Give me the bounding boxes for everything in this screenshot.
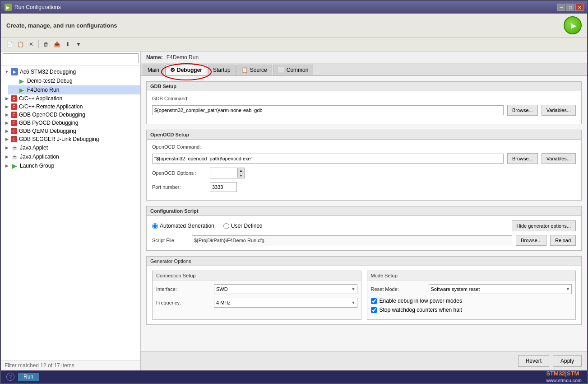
tab-startup[interactable]: Startup (208, 65, 236, 75)
tree-item-launch-group[interactable]: ▶ ▶ Launch Group (1, 161, 140, 170)
tab-debugger-label: Debugger (177, 67, 202, 73)
tree-item-cpp-remote[interactable]: ▶ C C/C++ Remote Application (1, 103, 140, 111)
openocd-setup-body: OpenOCD Command: Browse... Variables... … (147, 140, 581, 200)
tree-label-launch-group: Launch Group (20, 163, 54, 169)
tree-item-f4demo[interactable]: ▶ F4Demo Run (8, 85, 140, 94)
hide-generator-button[interactable]: Hide generator options... (512, 220, 576, 231)
gdb-command-label: GDB Command: (152, 96, 206, 101)
footer-left: ? Run (6, 373, 39, 381)
generator-options-body: Connection Setup Interface: SWD JTAG (147, 266, 581, 324)
radio-row: Automated Generation User Defined Hide g… (152, 220, 576, 231)
tree-item-gdb-pyocd[interactable]: ▶ C GDB PyOCD Debugging (1, 119, 140, 127)
tab-debugger[interactable]: ⚙ Debugger (165, 65, 207, 75)
config-script-body: Automated Generation User Defined Hide g… (147, 216, 581, 250)
script-file-row: Script File: Browse... Reload (152, 235, 576, 246)
port-number-input[interactable] (210, 182, 237, 192)
tree-item-gdb-segger[interactable]: ▶ C GDB SEGGER J-Link Debugging (1, 135, 140, 143)
reset-mode-select[interactable]: Software system reset Hardware reset Non… (429, 284, 572, 294)
export-button[interactable]: 📤 (52, 39, 62, 49)
interface-row: Interface: SWD JTAG ▼ (156, 284, 357, 294)
gdb-command-row: GDB Command: (152, 96, 576, 101)
help-icon[interactable]: ? (6, 373, 14, 381)
tree-item-demo[interactable]: ▶ Demo-test2 Debug (8, 76, 140, 85)
minimize-button[interactable]: ─ (557, 4, 565, 11)
spinner-up-button[interactable]: ▲ (238, 168, 244, 173)
gdb-browse-button[interactable]: Browse... (507, 105, 538, 116)
frequency-row: Frequency: 1 MHz 2 MHz 4 MHz 8 MHz (156, 298, 357, 308)
tree-item-gdb-openocd[interactable]: ▶ C GDB OpenOCD Debugging (1, 111, 140, 119)
expand-icon: ▼ (5, 70, 9, 74)
tab-source[interactable]: 📋 Source (236, 65, 272, 75)
tree-label-cpp-remote: C/C++ Remote Application (19, 103, 83, 110)
frequency-select[interactable]: 1 MHz 2 MHz 4 MHz 8 MHz (214, 298, 357, 308)
tabs-bar: Main ⚙ Debugger Startup 📋 (141, 64, 587, 76)
name-label: Name: (146, 54, 163, 61)
user-defined-radio[interactable] (223, 223, 229, 229)
frequency-select-wrapper: 1 MHz 2 MHz 4 MHz 8 MHz ▼ (214, 298, 357, 308)
subtitle-text: Create, manage, and run configurations (6, 22, 117, 29)
openocd-command-label: OpenOCD Command: (152, 144, 206, 150)
tree-label-demo: Demo-test2 Debug (27, 78, 73, 84)
tab-common[interactable]: ⬜ Common (273, 65, 314, 75)
tree-label-java-app: Java Application (20, 154, 59, 160)
gdb-command-input[interactable] (152, 105, 504, 115)
openocd-options-label: OpenOCD Options : (152, 170, 206, 176)
run-icon-f4demo: ▶ (18, 86, 25, 94)
c-icon-cpp-remote: C (11, 103, 17, 110)
watchdog-checkbox[interactable] (371, 307, 377, 313)
user-defined-radio-label[interactable]: User Defined (223, 223, 263, 229)
run-button[interactable] (564, 16, 582, 34)
openocd-browse-button[interactable]: Browse... (507, 153, 538, 164)
debugger-tab-icon: ⚙ (170, 67, 175, 73)
source-tab-icon: 📋 (241, 67, 248, 73)
tree-item-cpp-app[interactable]: ▶ C C/C++ Application (1, 94, 140, 103)
config-content: GDB Setup GDB Command: Browse... Variabl… (141, 76, 587, 351)
interface-select[interactable]: SWD JTAG (214, 284, 357, 294)
maximize-button[interactable]: □ (566, 4, 574, 11)
auto-gen-radio-label[interactable]: Automated Generation (152, 223, 214, 229)
gdb-setup-section: GDB Setup GDB Command: Browse... Variabl… (146, 81, 582, 124)
tree-label-f4demo: F4Demo Run (27, 87, 59, 93)
apply-button[interactable]: Apply (553, 355, 582, 367)
collapse-button[interactable]: ⬇ (63, 39, 73, 49)
revert-button[interactable]: Revert (518, 355, 549, 367)
tree-item-java-application[interactable]: ▶ ☕ Java Application (1, 152, 140, 161)
tree-label-cpp-app: C/C++ Application (19, 95, 62, 102)
toolbar: 📄 📋 ✕ 🗑 📤 ⬇ ▼ (1, 37, 587, 52)
filter-text: Filter matched 12 of 17 items (5, 362, 74, 369)
generator-options-section: Generator Options Connection Setup Inter… (146, 256, 582, 325)
openocd-options-input[interactable] (210, 168, 237, 178)
script-reload-button[interactable]: Reload (550, 235, 576, 246)
watchdog-row: Stop watchdog counters when halt (371, 307, 572, 313)
openocd-command-input[interactable] (152, 154, 504, 164)
mode-setup-panel: Mode Setup Reset Mode: Software system r… (367, 271, 576, 320)
tree-item-ac6[interactable]: ▼ ▶ Ac6 STM32 Debugging (1, 67, 140, 76)
close-button[interactable]: ✕ (575, 4, 583, 11)
config-script-title: Configuration Script (147, 206, 581, 216)
title-bar: ▶ Run Configurations ─ □ ✕ (1, 1, 587, 14)
mode-setup-body: Reset Mode: Software system reset Hardwa… (367, 281, 576, 319)
tab-main[interactable]: Main (143, 65, 164, 75)
spinner-buttons: ▲ ▼ (237, 168, 244, 178)
tree-item-gdb-qemu[interactable]: ▶ C GDB QEMU Debugging (1, 127, 140, 135)
window-icon: ▶ (5, 4, 12, 11)
debug-low-power-checkbox[interactable] (371, 298, 377, 304)
spinner-down-button[interactable]: ▼ (238, 173, 244, 178)
filter-button[interactable]: 🗑 (41, 39, 51, 49)
new-button[interactable]: 📄 (5, 39, 14, 49)
script-file-input[interactable] (192, 235, 512, 245)
gdb-setup-title: GDB Setup (147, 82, 581, 91)
generator-options-title: Generator Options (147, 257, 581, 266)
script-file-label: Script File: (152, 238, 188, 243)
title-controls: ─ □ ✕ (557, 4, 583, 11)
copy-button[interactable]: 📋 (15, 39, 25, 49)
delete-button[interactable]: ✕ (26, 39, 36, 49)
tree-item-java-applet[interactable]: ▶ ☕ Java Applet (1, 143, 140, 152)
auto-gen-radio[interactable] (152, 223, 158, 229)
script-browse-button[interactable]: Browse... (516, 235, 546, 246)
run-footer-button[interactable]: Run (18, 373, 39, 381)
search-input[interactable] (3, 53, 139, 63)
more-button[interactable]: ▼ (74, 39, 83, 49)
gdb-variables-button[interactable]: Variables... (542, 105, 576, 116)
openocd-variables-button[interactable]: Variables... (542, 153, 576, 164)
